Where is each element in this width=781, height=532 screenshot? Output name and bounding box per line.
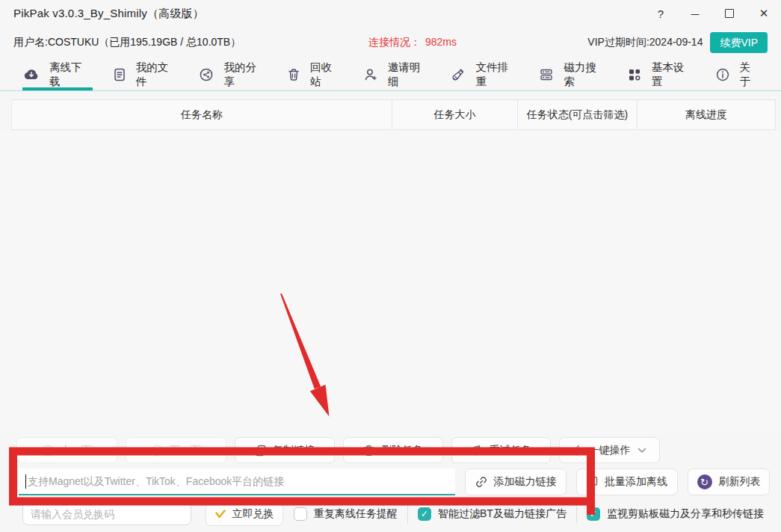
tab-about[interactable]: 关于 (714, 58, 762, 91)
circle-left-arrow-icon (42, 445, 54, 457)
copy-icon (587, 476, 598, 488)
trash-icon (288, 68, 300, 81)
task-table-body (0, 131, 781, 433)
tab-label: 回收站 (310, 61, 342, 89)
redeem-now-label: 立即兑换 (232, 507, 274, 521)
tab-invite-details[interactable]: 邀请明细 (362, 58, 431, 91)
minimize-icon: ─ (691, 7, 700, 20)
prev-page-button[interactable]: 上一页 (16, 437, 117, 463)
tab-recycle-bin[interactable]: 回收站 (286, 58, 343, 91)
lightning-icon (573, 445, 582, 456)
tab-label: 文件排重 (475, 61, 517, 89)
column-task-status-filter[interactable]: 任务状态(可点击筛选) (517, 100, 637, 129)
tab-label: 关于 (740, 61, 760, 89)
minimize-button[interactable]: ─ (678, 0, 712, 27)
task-table-header: 任务名称 任务大小 任务状态(可点击筛选) 离线进度 (11, 99, 776, 130)
vip-area: VIP过期时间:2024-09-14 续费VIP (587, 32, 768, 53)
bottom-bar: 立即兑换 重复离线任务提醒 ✓ 智能过滤BT及磁力链接广告 ✓ 监视剪贴板磁力及… (22, 501, 774, 526)
add-magnet-button[interactable]: 添加磁力链接 (465, 468, 567, 495)
one-click-actions-label: 一键操作 (589, 444, 631, 457)
divider (407, 504, 408, 523)
checkbox-checked-icon[interactable]: ✓ (418, 507, 431, 521)
checkbox-monitor-clipboard[interactable]: ✓ 监视剪贴板磁力及分享和秒传链接 (587, 507, 764, 521)
redeem-now-button[interactable]: 立即兑换 (206, 501, 283, 526)
vip-expiry-text: VIP过期时间:2024-09-14 (587, 36, 703, 49)
tab-offline-download[interactable]: 离线下载 (22, 58, 93, 91)
tab-basic-settings[interactable]: 基本设置 (626, 58, 695, 91)
divider (576, 504, 577, 523)
tab-label: 我的分享 (223, 61, 265, 89)
info-bar: 用户名:COSTUKU（已用195.19GB / 总10.0TB） 连接情况：9… (0, 27, 781, 58)
renew-vip-button[interactable]: 续费VIP (710, 32, 768, 53)
checkbox-smart-filter-ads[interactable]: ✓ 智能过滤BT及磁力链接广告 (418, 507, 567, 521)
person-plus-icon (364, 68, 377, 81)
tab-file-dedupe[interactable]: 文件排重 (450, 58, 519, 91)
title-bar: PikPak v3.0.3_By_Shimily（高级版） ? ─ ✕ (0, 0, 781, 27)
magnet-row: 添加磁力链接 批量添加离线 ↻ 刷新列表 (19, 468, 770, 495)
delete-task-label: 删除任务 (381, 444, 423, 457)
tab-label: 基本设置 (652, 61, 694, 89)
prev-page-label: 上一页 (61, 444, 92, 457)
task-actions-row: 上一页 下一页 复制链接 删除任务 重试任务 (16, 437, 660, 463)
add-magnet-label: 添加磁力链接 (494, 475, 557, 489)
refresh-list-button[interactable]: ↻ 刷新列表 (688, 468, 770, 495)
next-page-button[interactable]: 下一页 (126, 437, 226, 463)
trash-icon (363, 445, 374, 457)
retry-icon (471, 445, 483, 457)
tab-label: 离线下载 (49, 61, 91, 89)
copy-link-label: 复制链接 (273, 444, 315, 457)
gold-check-icon (215, 510, 226, 519)
tab-label: 邀请明细 (388, 61, 430, 89)
link-icon (475, 476, 487, 488)
column-task-size: 任务大小 (392, 100, 517, 129)
chevron-down-icon (638, 448, 646, 454)
tab-magnet-search[interactable]: 磁力搜索 (538, 58, 607, 91)
connection-label: 连接情况： (368, 36, 421, 48)
help-icon: ? (658, 7, 664, 20)
redeem-code-input[interactable] (22, 502, 191, 525)
tab-label: 我的文件 (136, 61, 178, 89)
magnet-link-input[interactable] (19, 468, 455, 494)
window-title: PikPak v3.0.3_By_Shimily（高级版） (13, 7, 204, 21)
copy-icon (255, 445, 266, 457)
tab-my-shares[interactable]: 我的分享 (198, 58, 267, 91)
connection-status: 连接情况：982ms (368, 36, 457, 49)
checkbox-checked-icon[interactable]: ✓ (587, 507, 600, 521)
pikpak-window: PikPak v3.0.3_By_Shimily（高级版） ? ─ ✕ 用户名:… (0, 0, 781, 532)
checkbox-duplicate-task-alert[interactable]: 重复离线任务提醒 (294, 507, 398, 521)
checkbox-label: 重复离线任务提醒 (314, 507, 398, 521)
magnet-input-field (19, 468, 455, 495)
apps-icon (628, 68, 641, 81)
close-button[interactable]: ✕ (747, 0, 781, 27)
window-controls: ? ─ ✕ (643, 0, 781, 27)
maximize-icon (725, 9, 734, 18)
main-nav: 离线下载 我的文件 我的分享 回收站 邀请明细 (0, 58, 781, 91)
column-offline-progress: 离线进度 (637, 100, 775, 129)
checkbox-label: 智能过滤BT及磁力链接广告 (438, 507, 567, 521)
refresh-list-label: 刷新列表 (719, 475, 761, 489)
retry-task-label: 重试任务 (490, 444, 531, 457)
cloud-download-icon (24, 69, 39, 81)
tab-my-files[interactable]: 我的文件 (112, 58, 179, 91)
refresh-circle-icon: ↻ (697, 474, 712, 489)
one-click-actions-button[interactable]: 一键操作 (559, 437, 660, 463)
checkbox-unchecked-icon[interactable] (294, 507, 307, 521)
copy-link-button[interactable]: 复制链接 (235, 437, 335, 463)
share-icon (200, 68, 213, 81)
connection-latency: 982ms (425, 36, 457, 48)
help-button[interactable]: ? (643, 0, 678, 27)
next-page-label: 下一页 (170, 444, 201, 457)
delete-task-button[interactable]: 删除任务 (343, 437, 443, 463)
close-icon: ✕ (759, 7, 769, 20)
retry-task-button[interactable]: 重试任务 (451, 437, 551, 463)
batch-add-offline-button[interactable]: 批量添加离线 (576, 468, 678, 495)
maximize-button[interactable] (712, 0, 747, 27)
file-icon (114, 68, 126, 81)
info-icon (716, 68, 729, 81)
server-icon (540, 68, 553, 81)
broom-icon (451, 68, 465, 81)
tab-label: 磁力搜索 (564, 61, 605, 89)
text-caret (25, 474, 26, 489)
user-storage-info: 用户名:COSTUKU（已用195.19GB / 总10.0TB） (13, 36, 241, 49)
batch-add-offline-label: 批量添加离线 (605, 475, 667, 489)
